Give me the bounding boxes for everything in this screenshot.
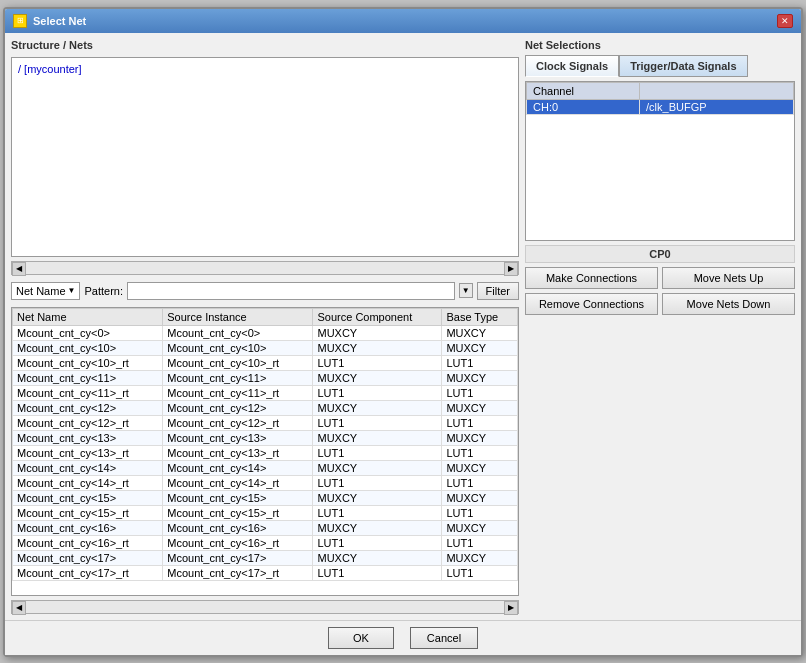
table-row[interactable]: Mcount_cnt_cy<13>_rtMcount_cnt_cy<13>_rt… <box>13 445 518 460</box>
action-buttons-grid: Make Connections Move Nets Up Remove Con… <box>525 267 795 315</box>
table-cell: MUXCY <box>313 520 442 535</box>
table-hscrollbar[interactable]: ◀ ▶ <box>11 600 519 614</box>
cp0-label: CP0 <box>525 245 795 263</box>
table-cell: LUT1 <box>442 355 518 370</box>
scroll-left-btn[interactable]: ◀ <box>12 262 26 276</box>
table-row[interactable]: Mcount_cnt_cy<10>_rtMcount_cnt_cy<10>_rt… <box>13 355 518 370</box>
table-cell: Mcount_cnt_cy<11>_rt <box>13 385 163 400</box>
net-name-dropdown[interactable]: Net Name ▼ <box>11 282 80 300</box>
table-row[interactable]: Mcount_cnt_cy<11>_rtMcount_cnt_cy<11>_rt… <box>13 385 518 400</box>
table-cell: LUT1 <box>313 355 442 370</box>
table-cell: LUT1 <box>313 565 442 580</box>
table-row[interactable]: Mcount_cnt_cy<14>Mcount_cnt_cy<14>MUXCYM… <box>13 460 518 475</box>
signals-header-row: Channel <box>527 82 794 99</box>
table-row[interactable]: Mcount_cnt_cy<0>Mcount_cnt_cy<0>MUXCYMUX… <box>13 325 518 340</box>
table-row[interactable]: Mcount_cnt_cy<14>_rtMcount_cnt_cy<14>_rt… <box>13 475 518 490</box>
table-scroll[interactable]: Net Name Source Instance Source Componen… <box>12 308 518 595</box>
table-cell: Mcount_cnt_cy<10> <box>13 340 163 355</box>
table-cell: Mcount_cnt_cy<12>_rt <box>13 415 163 430</box>
table-cell: Mcount_cnt_cy<11> <box>163 370 313 385</box>
table-row[interactable]: Mcount_cnt_cy<10>Mcount_cnt_cy<10>MUXCYM… <box>13 340 518 355</box>
structure-nets-label: Structure / Nets <box>11 39 519 51</box>
table-cell: Mcount_cnt_cy<15>_rt <box>13 505 163 520</box>
table-cell: Mcount_cnt_cy<15> <box>163 490 313 505</box>
table-scroll-left-btn[interactable]: ◀ <box>12 601 26 615</box>
table-cell: Mcount_cnt_cy<11>_rt <box>163 385 313 400</box>
ok-button[interactable]: OK <box>328 627 394 649</box>
structure-hscrollbar[interactable]: ◀ ▶ <box>11 261 519 275</box>
table-cell: Mcount_cnt_cy<17> <box>163 550 313 565</box>
table-cell: Mcount_cnt_cy<13>_rt <box>13 445 163 460</box>
filter-button[interactable]: Filter <box>477 282 519 300</box>
table-cell: Mcount_cnt_cy<10>_rt <box>163 355 313 370</box>
table-scroll-right-btn[interactable]: ▶ <box>504 601 518 615</box>
table-cell: LUT1 <box>442 415 518 430</box>
table-cell: Mcount_cnt_cy<15> <box>13 490 163 505</box>
table-row[interactable]: Mcount_cnt_cy<13>Mcount_cnt_cy<13>MUXCYM… <box>13 430 518 445</box>
table-cell: LUT1 <box>442 535 518 550</box>
table-row[interactable]: Mcount_cnt_cy<16>Mcount_cnt_cy<16>MUXCYM… <box>13 520 518 535</box>
col-source-instance: Source Instance <box>163 308 313 325</box>
table-cell: Mcount_cnt_cy<17> <box>13 550 163 565</box>
table-cell: MUXCY <box>313 400 442 415</box>
table-scroll-track-h <box>26 601 504 613</box>
signals-cell: CH:0 <box>527 99 640 114</box>
tree-item-mycounter[interactable]: / [mycounter] <box>16 62 514 76</box>
tab-trigger-data-signals[interactable]: Trigger/Data Signals <box>619 55 747 77</box>
col-base-type: Base Type <box>442 308 518 325</box>
table-row[interactable]: Mcount_cnt_cy<12>Mcount_cnt_cy<12>MUXCYM… <box>13 400 518 415</box>
net-table: Net Name Source Instance Source Componen… <box>12 308 518 581</box>
cancel-button[interactable]: Cancel <box>410 627 478 649</box>
select-net-window: ⊞ Select Net ✕ Structure / Nets / [mycou… <box>3 7 803 657</box>
table-cell: Mcount_cnt_cy<13> <box>163 430 313 445</box>
table-row[interactable]: Mcount_cnt_cy<12>_rtMcount_cnt_cy<12>_rt… <box>13 415 518 430</box>
table-cell: LUT1 <box>313 475 442 490</box>
net-table-container: Net Name Source Instance Source Componen… <box>11 307 519 596</box>
pattern-input[interactable] <box>127 282 455 300</box>
table-cell: LUT1 <box>442 385 518 400</box>
remove-connections-button[interactable]: Remove Connections <box>525 293 658 315</box>
table-cell: MUXCY <box>442 550 518 565</box>
table-cell: Mcount_cnt_cy<15>_rt <box>163 505 313 520</box>
table-row[interactable]: Mcount_cnt_cy<15>Mcount_cnt_cy<15>MUXCYM… <box>13 490 518 505</box>
table-cell: MUXCY <box>313 490 442 505</box>
signals-row[interactable]: CH:0/clk_BUFGP <box>527 99 794 114</box>
table-cell: MUXCY <box>313 370 442 385</box>
table-row[interactable]: Mcount_cnt_cy<15>_rtMcount_cnt_cy<15>_rt… <box>13 505 518 520</box>
table-row[interactable]: Mcount_cnt_cy<16>_rtMcount_cnt_cy<16>_rt… <box>13 535 518 550</box>
signals-table: Channel CH:0/clk_BUFGP <box>526 82 794 115</box>
table-cell: MUXCY <box>442 430 518 445</box>
table-cell: Mcount_cnt_cy<11> <box>13 370 163 385</box>
table-row[interactable]: Mcount_cnt_cy<17>_rtMcount_cnt_cy<17>_rt… <box>13 565 518 580</box>
table-cell: LUT1 <box>313 445 442 460</box>
close-button[interactable]: ✕ <box>777 14 793 28</box>
scroll-right-btn[interactable]: ▶ <box>504 262 518 276</box>
table-cell: MUXCY <box>442 400 518 415</box>
structure-content[interactable]: / [mycounter] <box>12 58 518 256</box>
window-title: Select Net <box>33 15 86 27</box>
move-nets-down-button[interactable]: Move Nets Down <box>662 293 795 315</box>
net-name-label: Net Name <box>16 285 66 297</box>
content-area: Structure / Nets / [mycounter] ◀ ▶ Net N… <box>5 33 801 620</box>
table-row[interactable]: Mcount_cnt_cy<11>Mcount_cnt_cy<11>MUXCYM… <box>13 370 518 385</box>
col-net-name: Net Name <box>13 308 163 325</box>
net-selections-label: Net Selections <box>525 39 795 51</box>
tab-clock-signals[interactable]: Clock Signals <box>525 55 619 77</box>
table-cell: Mcount_cnt_cy<16>_rt <box>13 535 163 550</box>
make-connections-button[interactable]: Make Connections <box>525 267 658 289</box>
table-row[interactable]: Mcount_cnt_cy<17>Mcount_cnt_cy<17>MUXCYM… <box>13 550 518 565</box>
table-cell: Mcount_cnt_cy<14>_rt <box>163 475 313 490</box>
table-cell: MUXCY <box>313 340 442 355</box>
move-nets-up-button[interactable]: Move Nets Up <box>662 267 795 289</box>
table-cell: Mcount_cnt_cy<12>_rt <box>163 415 313 430</box>
table-cell: Mcount_cnt_cy<17>_rt <box>13 565 163 580</box>
table-cell: LUT1 <box>313 385 442 400</box>
table-cell: Mcount_cnt_cy<14> <box>163 460 313 475</box>
pattern-dropdown-btn[interactable]: ▼ <box>459 283 473 298</box>
table-cell: Mcount_cnt_cy<0> <box>163 325 313 340</box>
tabs-row: Clock Signals Trigger/Data Signals <box>525 55 795 77</box>
filter-bar: Net Name ▼ Pattern: ▼ Filter <box>11 279 519 303</box>
left-panel: Structure / Nets / [mycounter] ◀ ▶ Net N… <box>11 39 519 614</box>
table-cell: LUT1 <box>442 505 518 520</box>
dropdown-arrow-icon: ▼ <box>68 286 76 295</box>
